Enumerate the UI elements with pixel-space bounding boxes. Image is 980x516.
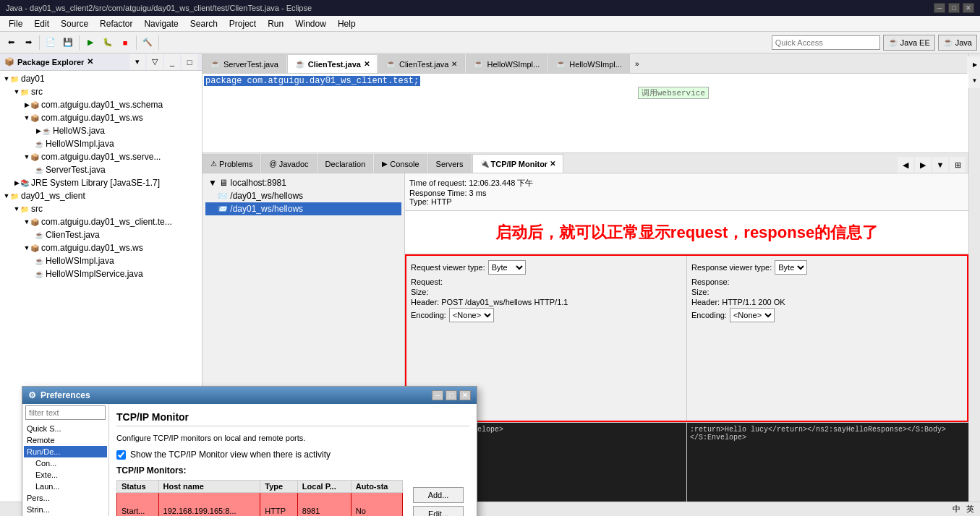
tcp-tree-root[interactable]: ▼ 🖥 localhost:8981: [205, 176, 401, 189]
toolbar-btn-save[interactable]: 💾: [60, 35, 76, 51]
table-row-0[interactable]: Start... 192.168.199.165:8... HTTP 8981 …: [117, 493, 403, 517]
tcpip-control-3[interactable]: ▼: [932, 157, 948, 173]
tree-item-client-hellows[interactable]: ☕ HelloWSImpl.java: [0, 254, 202, 267]
tab-javadoc[interactable]: @ Javadoc: [261, 154, 316, 173]
res-viewer-select[interactable]: Byte XML: [775, 260, 807, 275]
pref-filter-input[interactable]: [25, 405, 106, 420]
tab-hellowsimpl2[interactable]: ☕ HelloWSImpl...: [548, 54, 630, 73]
tree-item-day01-client[interactable]: ▼ 📁 day01_ws_client: [0, 189, 202, 202]
tree-item-hellowsimpl[interactable]: ☕ HelloWSImpl.java: [0, 137, 202, 150]
toggle-client-test[interactable]: ▼: [23, 218, 30, 225]
toolbar-btn-5[interactable]: 🔨: [140, 35, 155, 51]
pref-item-runde[interactable]: Run/De...: [24, 446, 107, 457]
tab-hellowsimpl[interactable]: ☕ HelloWSImpl...: [466, 54, 547, 73]
tree-item-server-pkg[interactable]: ▼ 📦 com.atguigu.day01_ws.serve...: [0, 150, 202, 163]
tcpip-control-2[interactable]: ▶: [915, 157, 931, 173]
tab-clienttest-active[interactable]: ☕ ClienTest.java ✕: [287, 54, 378, 73]
tab-console[interactable]: ▶ Console: [374, 154, 427, 173]
close-button[interactable]: ✕: [963, 3, 974, 13]
menu-source[interactable]: Source: [55, 19, 94, 29]
toggle-schema[interactable]: ▶: [23, 101, 30, 108]
menu-project[interactable]: Project: [223, 19, 262, 29]
menu-window[interactable]: Window: [289, 19, 332, 29]
pref-maximize-btn[interactable]: □: [446, 390, 457, 400]
menu-search[interactable]: Search: [184, 19, 223, 29]
tree-item-servertest[interactable]: ☕ ServerTest.java: [0, 163, 202, 176]
tree-item-schema[interactable]: ▶ 📦 com.atguigu.day01_ws.schema: [0, 98, 202, 111]
pkg-menu-btn[interactable]: ▽: [147, 54, 163, 70]
tree-item-client-ws[interactable]: ▼ 📦 com.atguigu.day01_ws.ws: [0, 241, 202, 254]
tab-clienttest2-close[interactable]: ✕: [451, 60, 457, 68]
toggle-jre[interactable]: ▶: [13, 179, 20, 186]
quick-access-input[interactable]: [772, 35, 880, 50]
minimize-button[interactable]: ─: [934, 3, 945, 13]
tree-item-client-hellowsservice[interactable]: ☕ HelloWSImplService.java: [0, 267, 202, 280]
tab-servertest[interactable]: ☕ ServerTest.java: [203, 54, 286, 73]
toolbar-btn-stop[interactable]: ■: [117, 35, 133, 51]
pref-add-btn[interactable]: Add...: [413, 487, 464, 503]
toggle-server-pkg[interactable]: ▼: [23, 153, 30, 160]
tab-tcpip[interactable]: 🔌 TCP/IP Monitor ✕: [472, 154, 564, 173]
tcpip-control-4[interactable]: ⊞: [950, 157, 966, 173]
pref-item-laun[interactable]: Laun...: [24, 481, 107, 492]
toggle-src2[interactable]: ▼: [13, 205, 20, 212]
menu-run[interactable]: Run: [262, 19, 289, 29]
toolbar-btn-1[interactable]: ⬅: [3, 35, 19, 51]
pref-close-btn[interactable]: ✕: [459, 390, 471, 400]
pkg-minimize-btn[interactable]: _: [164, 54, 180, 70]
menu-help[interactable]: Help: [332, 19, 362, 29]
tree-item-ws[interactable]: ▼ 📦 com.atguigu.day01_ws.ws: [0, 111, 202, 124]
tab-servers[interactable]: Servers: [428, 154, 472, 173]
menu-edit[interactable]: Edit: [28, 19, 55, 29]
tree-toggle-root[interactable]: ▼: [208, 178, 217, 188]
toggle-day01[interactable]: ▼: [3, 75, 10, 82]
pref-item-exte[interactable]: Exte...: [24, 469, 107, 481]
pref-item-remote[interactable]: Remote: [24, 434, 107, 446]
perspective-javaee-btn[interactable]: ☕ Java EE: [883, 35, 935, 51]
toolbar-btn-new[interactable]: 📄: [43, 35, 59, 51]
tcpip-control-1[interactable]: ◀: [898, 157, 913, 173]
sidebar-btn-1[interactable]: ▶: [967, 56, 981, 72]
pref-edit-btn[interactable]: Edit...: [413, 506, 464, 516]
toggle-ws[interactable]: ▼: [23, 114, 30, 121]
toolbar-btn-run[interactable]: ▶: [82, 35, 98, 51]
pref-item-con[interactable]: Con...: [24, 457, 107, 469]
maximize-button[interactable]: □: [948, 3, 960, 13]
toggle-day01-client[interactable]: ▼: [3, 192, 10, 199]
req-viewer-select[interactable]: Byte XML HTML: [488, 260, 526, 275]
tab-problems[interactable]: ⚠ Problems: [203, 154, 260, 173]
tree-item-jre[interactable]: ▶ 📚 JRE System Library [JavaSE-1.7]: [0, 176, 202, 189]
tab-tcpip-close[interactable]: ✕: [550, 160, 555, 168]
pkg-collapse-btn[interactable]: ▾: [129, 54, 145, 70]
pref-minimize-btn[interactable]: ─: [432, 390, 443, 400]
pkg-explorer-close[interactable]: ✕: [87, 57, 93, 66]
pref-item-strin[interactable]: Strin...: [24, 504, 107, 515]
toggle-hellows[interactable]: ▶: [35, 127, 42, 134]
pkg-maximize-btn[interactable]: □: [182, 54, 197, 70]
toggle-src[interactable]: ▼: [13, 88, 20, 95]
tree-item-src[interactable]: ▼ 📁 src: [0, 85, 202, 98]
tree-item-clienttest-java[interactable]: ☕ ClienTest.java: [0, 228, 202, 241]
pref-item-quickstart[interactable]: Quick S...: [24, 423, 107, 434]
tcp-tree-child2[interactable]: 📨 /day01_ws/hellows: [205, 202, 401, 215]
toolbar-btn-2[interactable]: ➡: [20, 35, 36, 51]
menu-navigate[interactable]: Navigate: [138, 19, 184, 29]
tree-item-hellows[interactable]: ▶ ☕ HelloWS.java: [0, 124, 202, 137]
tree-item-client-test[interactable]: ▼ 📦 com.atguigu.day01_ws_client.te...: [0, 215, 202, 228]
menu-refactor[interactable]: Refactor: [94, 19, 138, 29]
req-encoding-select[interactable]: <None>: [449, 308, 494, 322]
pref-checkbox[interactable]: [116, 450, 126, 460]
res-encoding-select[interactable]: <None>: [730, 308, 775, 322]
perspective-java-btn[interactable]: ☕ Java: [938, 35, 977, 51]
pref-item-pers[interactable]: Pers...: [24, 492, 107, 504]
tree-item-src2[interactable]: ▼ 📁 src: [0, 202, 202, 215]
tab-clienttest2[interactable]: ☕ ClienTest.java ✕: [378, 54, 465, 73]
toolbar-btn-debug[interactable]: 🐛: [100, 35, 116, 51]
menu-file[interactable]: File: [3, 19, 28, 29]
tree-item-day01[interactable]: ▼ 📁 day01: [0, 72, 202, 85]
toggle-client-ws[interactable]: ▼: [23, 244, 30, 251]
editor-tab-overflow[interactable]: »: [631, 54, 644, 73]
tab-declaration[interactable]: Declaration: [318, 154, 374, 173]
sidebar-btn-2[interactable]: ▼: [967, 72, 981, 88]
tab-clienttest-close[interactable]: ✕: [364, 60, 370, 68]
